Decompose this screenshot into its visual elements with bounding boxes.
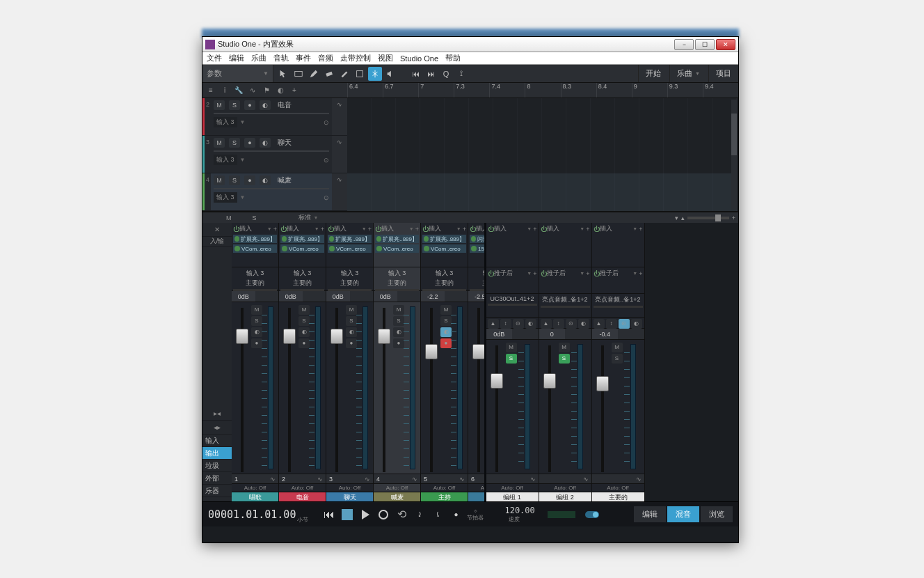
- metronome-icon[interactable]: ●: [449, 508, 463, 522]
- menu-help[interactable]: 帮助: [445, 53, 461, 63]
- fader-track[interactable]: [477, 308, 480, 472]
- channel-strip[interactable]: ⏻ 插入▼ + ⏻ 推子后▼ + UC30Out..41+2 ▲ ↕ ⊙ ◐ 0…: [486, 223, 539, 501]
- channel-strip[interactable]: ⏻ 插入▼ + 扩展亮..889】VCom..ereo 输入 3主要的 -2.2…: [421, 223, 468, 501]
- automation-mode[interactable]: Auto: Off: [326, 483, 373, 492]
- menu-studioone[interactable]: Studio One: [400, 54, 438, 63]
- info-icon[interactable]: i: [219, 86, 230, 95]
- param-dropdown[interactable]: 参数▼: [202, 65, 273, 82]
- gain-readout[interactable]: 0dB: [279, 291, 326, 302]
- menu-track[interactable]: 音轨: [273, 53, 289, 63]
- channel-strip[interactable]: ⏻ 插入▼ + 闪避效..889】15段..889】 输入 2主要的 -2.5 …: [468, 223, 484, 501]
- power-icon[interactable]: ⏻: [328, 226, 334, 233]
- metronome-icon[interactable]: ▲: [488, 319, 499, 329]
- close-mixer-icon[interactable]: ✕: [202, 223, 232, 237]
- automation-mode[interactable]: Auto: Off: [592, 483, 644, 492]
- automation-mode[interactable]: Auto: Off: [468, 483, 484, 492]
- chevron-down-icon[interactable]: ▼: [267, 226, 272, 231]
- maximize-button[interactable]: ☐: [695, 39, 715, 50]
- insert-plugin[interactable]: 扩展亮..889】: [328, 235, 372, 243]
- automation-mode[interactable]: Auto: Off: [279, 483, 326, 492]
- channel-strip[interactable]: ⏻ 插入▼ + 扩展亮..889】VCom..ereo 输入 3主要的 0dB …: [326, 223, 374, 501]
- record-button[interactable]: ●: [244, 138, 255, 148]
- gain-readout[interactable]: -2.2: [421, 291, 468, 302]
- mute-button[interactable]: M: [612, 343, 623, 352]
- dim-icon[interactable]: ⊙: [513, 319, 524, 329]
- mono-icon[interactable]: ↕: [500, 319, 511, 329]
- link-icon[interactable]: ◐: [525, 319, 536, 329]
- menu-edit[interactable]: 编辑: [229, 53, 244, 63]
- mix-tab[interactable]: 混音: [667, 506, 699, 522]
- gain-readout[interactable]: 0dB: [232, 291, 278, 302]
- insert-plugin[interactable]: 15段..889】: [470, 244, 484, 253]
- titlebar[interactable]: Studio One - 内置效果 － ☐ ✕: [202, 37, 738, 52]
- insert-plugin[interactable]: 闪避效..889】: [470, 235, 484, 243]
- fader-track[interactable]: [241, 308, 244, 472]
- chevron-down-icon[interactable]: ▼: [362, 226, 367, 231]
- gain-readout[interactable]: 0dB: [374, 291, 420, 302]
- fader-track[interactable]: [383, 308, 385, 472]
- insert-plugin[interactable]: 扩展亮..889】: [233, 235, 277, 243]
- channel-label[interactable]: 编组 2: [539, 492, 591, 501]
- menu-event[interactable]: 事件: [296, 53, 311, 63]
- volume-slider[interactable]: [214, 150, 329, 152]
- menu-file[interactable]: 文件: [207, 53, 222, 63]
- automation-mode[interactable]: Auto: Off: [232, 483, 278, 492]
- input-select[interactable]: 输入 3: [214, 155, 237, 165]
- sidebar-external[interactable]: 外部: [202, 472, 232, 485]
- solo-button[interactable]: S: [229, 100, 240, 110]
- solo-button[interactable]: S: [612, 354, 623, 364]
- draw-tool-icon[interactable]: [307, 67, 321, 81]
- global-mute[interactable]: M: [226, 214, 232, 221]
- fader-handle[interactable]: [330, 329, 343, 344]
- record-button[interactable]: ●: [244, 175, 255, 185]
- fader-handle[interactable]: [472, 344, 484, 359]
- menu-view[interactable]: 视图: [378, 53, 393, 63]
- gain-readout[interactable]: -2.5: [468, 291, 484, 302]
- browse-tab[interactable]: 浏览: [701, 506, 733, 522]
- collapse-icon[interactable]: ◂▸: [202, 421, 232, 435]
- io-section[interactable]: UC30Out..41+2: [486, 294, 539, 318]
- input-select[interactable]: 输入 3: [214, 117, 237, 127]
- paint-tool-icon[interactable]: [337, 67, 351, 81]
- fader-handle[interactable]: [543, 373, 556, 389]
- close-button[interactable]: ✕: [716, 39, 735, 50]
- chevron-down-icon[interactable]: ▼: [314, 226, 319, 231]
- solo-button[interactable]: S: [506, 354, 517, 364]
- flag-icon[interactable]: ⚑: [261, 86, 272, 95]
- chevron-down-icon[interactable]: ▼: [409, 226, 414, 231]
- channel-label[interactable]: 唱歌: [232, 492, 278, 501]
- automation-mode[interactable]: Auto: Off: [421, 483, 468, 492]
- automation-mode[interactable]: Auto: Off: [539, 483, 591, 492]
- menu-transport[interactable]: 走带控制: [340, 53, 371, 63]
- fader-handle[interactable]: [491, 373, 503, 389]
- perf-toggle[interactable]: [585, 511, 599, 518]
- power-icon[interactable]: ⏻: [280, 226, 287, 233]
- automation-mode[interactable]: Auto: Off: [374, 483, 420, 492]
- arrow-tool-icon[interactable]: [276, 67, 290, 81]
- fader-track[interactable]: [548, 345, 551, 472]
- power-icon[interactable]: ⏻: [470, 226, 476, 233]
- power-icon[interactable]: ⏻: [541, 226, 547, 233]
- global-solo[interactable]: S: [253, 214, 257, 221]
- insert-plugin[interactable]: VCom..ereo: [280, 244, 324, 253]
- solo-button[interactable]: S: [559, 354, 570, 364]
- channel-label[interactable]: 聊天: [326, 492, 373, 501]
- snap-icon[interactable]: ⟟: [454, 67, 468, 81]
- solo-button[interactable]: S: [229, 175, 240, 185]
- track-name[interactable]: 喊麦: [278, 175, 292, 185]
- fader-track[interactable]: [288, 308, 291, 472]
- fader-handle[interactable]: [425, 344, 438, 359]
- track-row[interactable]: 3 M S ● ◐ 聊天 输入 3 ▼ ⊙ ∿: [202, 136, 347, 173]
- io-section[interactable]: 亮点音频..备1+2: [539, 294, 591, 318]
- channel-strip[interactable]: ⏻ 插入▼ + 扩展亮..889】VCom..ereo 输入 3主要的 0dB …: [232, 223, 279, 501]
- power-icon[interactable]: ⏻: [422, 226, 429, 233]
- fader-handle[interactable]: [596, 376, 609, 391]
- tempo-display[interactable]: 120.00: [504, 506, 534, 515]
- channel-strip[interactable]: ⏻ 插入▼ + 扩展亮..889】VCom..ereo 输入 3主要的 0dB …: [374, 223, 421, 501]
- dim-icon[interactable]: ⊙: [619, 319, 630, 329]
- preroll-icon[interactable]: ⤸: [413, 508, 427, 522]
- io-section[interactable]: 输入 3主要的: [421, 267, 468, 291]
- fader-handle[interactable]: [378, 329, 390, 344]
- mute-button[interactable]: M: [214, 100, 225, 110]
- monitor-button[interactable]: ◐: [260, 100, 271, 110]
